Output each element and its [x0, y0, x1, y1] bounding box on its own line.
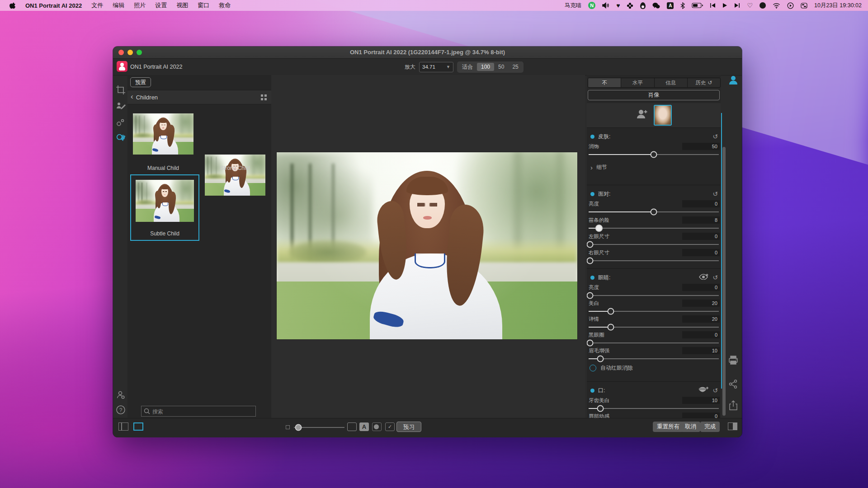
- skip-forward-icon[interactable]: [734, 2, 740, 9]
- split-view-icon[interactable]: [118, 422, 128, 431]
- retouch-tool-icon[interactable]: [116, 101, 126, 111]
- preset-category-row[interactable]: ‹ Children: [127, 90, 271, 104]
- n-badge-icon[interactable]: N: [588, 2, 595, 9]
- zoom-50-button[interactable]: 50: [494, 63, 508, 71]
- slider-left-eye-size[interactable]: [589, 241, 719, 248]
- zoom-value-dropdown[interactable]: 34.71▼: [419, 62, 453, 72]
- penguin-app-icon[interactable]: [640, 2, 646, 9]
- preset-cell-subtle-child-selected[interactable]: Subtle Child: [130, 174, 199, 241]
- skip-back-icon[interactable]: [710, 2, 716, 9]
- reset-icon[interactable]: ↺: [712, 133, 718, 140]
- panel-scrollbar[interactable]: [722, 147, 726, 416]
- faces-view-icon[interactable]: [728, 75, 739, 85]
- reset-icon[interactable]: ↺: [712, 387, 718, 394]
- enable-dot-mouth[interactable]: [590, 389, 594, 393]
- menu-settings[interactable]: 设置: [155, 1, 167, 9]
- face-thumbnail-selected[interactable]: [654, 105, 672, 126]
- zoom-pan-tool-icon[interactable]: [116, 133, 126, 143]
- image-canvas[interactable]: [271, 75, 585, 418]
- menu-file[interactable]: 文件: [91, 1, 103, 9]
- menu-edit[interactable]: 编辑: [113, 1, 124, 9]
- wifi-icon[interactable]: [773, 2, 780, 9]
- tab-history[interactable]: 历史↺: [688, 78, 720, 87]
- grid-view-icon[interactable]: [261, 94, 267, 100]
- mask-view-icon[interactable]: [347, 422, 357, 431]
- zoom-100-button[interactable]: 100: [477, 63, 494, 71]
- bluetooth-icon[interactable]: [680, 2, 685, 9]
- enable-dot-face[interactable]: [590, 192, 594, 196]
- text-overlay-icon[interactable]: A: [359, 422, 369, 431]
- share-nodes-icon[interactable]: [728, 379, 739, 389]
- single-view-icon-selected[interactable]: [133, 422, 143, 431]
- preset-label[interactable]: Subtle Child: [131, 230, 198, 237]
- checklist-icon[interactable]: ✓: [385, 422, 395, 431]
- heart-app-icon[interactable]: ♥: [616, 2, 620, 9]
- enable-dot-skin[interactable]: [590, 135, 594, 139]
- zoom-fit-button[interactable]: 适合: [458, 62, 477, 72]
- preset-thumb-strong-child[interactable]: [205, 155, 265, 196]
- translate-app-icon[interactable]: A: [667, 2, 674, 9]
- main-photo[interactable]: [277, 152, 577, 339]
- export-icon[interactable]: [728, 400, 739, 411]
- menubar-clock[interactable]: 10月23日 19:30:02: [814, 2, 862, 9]
- ball-app-icon[interactable]: [760, 2, 766, 9]
- preset-thumb-subtle-child[interactable]: [136, 180, 194, 222]
- preset-label[interactable]: Manual Child: [133, 165, 193, 171]
- tab-none[interactable]: 不: [588, 78, 621, 87]
- preset-label[interactable]: Strong Child: [205, 165, 265, 171]
- presets-button[interactable]: 预置: [130, 77, 151, 87]
- print-icon[interactable]: [728, 355, 739, 366]
- play-circle-icon[interactable]: [787, 2, 794, 9]
- heart-outline-icon[interactable]: ♡: [747, 2, 753, 9]
- blemish-tool-icon[interactable]: [116, 117, 126, 127]
- slider-eye-detail[interactable]: [589, 324, 719, 330]
- slider-retouch[interactable]: [589, 151, 719, 158]
- search-input[interactable]: [151, 407, 255, 417]
- preset-thumb-manual-child[interactable]: [133, 113, 193, 155]
- user-settings-icon[interactable]: [116, 390, 126, 400]
- slider-dark-circles[interactable]: [589, 340, 719, 346]
- slider-slim-face[interactable]: [589, 225, 719, 231]
- zoom-25-button[interactable]: 25: [508, 63, 522, 71]
- status-username[interactable]: 马克喵: [565, 2, 582, 9]
- add-face-icon[interactable]: [636, 108, 648, 122]
- compare-square-icon[interactable]: [286, 425, 290, 429]
- slider-value[interactable]: 50: [682, 143, 720, 150]
- portrait-button[interactable]: 肖像: [588, 90, 720, 100]
- details-expander[interactable]: › 细节: [588, 162, 720, 172]
- tab-levels[interactable]: 水平: [621, 78, 654, 87]
- preview-opacity-slider[interactable]: [294, 424, 344, 431]
- play-icon[interactable]: [722, 2, 727, 9]
- cancel-button[interactable]: 取消: [681, 422, 700, 432]
- panel-toggle-icon[interactable]: [728, 422, 737, 430]
- auto-redeye-checkbox[interactable]: 自动红眼消除: [588, 362, 720, 373]
- slider-eye-brightness[interactable]: [589, 292, 719, 299]
- menubar-app-name[interactable]: ON1 Portrait AI 2022: [25, 2, 82, 9]
- softproof-icon[interactable]: [372, 422, 382, 431]
- window-titlebar[interactable]: ON1 Portrait AI 2022 (1G220144F7-1.jpeg …: [113, 47, 742, 59]
- menu-help[interactable]: 救命: [219, 1, 231, 9]
- battery-icon[interactable]: [692, 2, 703, 9]
- menu-window[interactable]: 窗口: [198, 1, 209, 9]
- back-chevron-icon[interactable]: ‹: [131, 92, 133, 101]
- chat-app-icon[interactable]: [652, 2, 660, 9]
- crop-tool-icon[interactable]: [116, 85, 126, 95]
- pinwheel-app-icon[interactable]: [627, 2, 633, 9]
- reset-icon[interactable]: ↺: [712, 274, 718, 281]
- apple-menu-icon[interactable]: [9, 2, 16, 9]
- menu-photo[interactable]: 照片: [134, 1, 146, 9]
- reset-icon[interactable]: ↺: [712, 190, 718, 197]
- help-icon[interactable]: ?: [116, 405, 126, 415]
- add-eye-icon[interactable]: [699, 273, 709, 282]
- tab-info[interactable]: 信息: [655, 78, 688, 87]
- reset-all-button[interactable]: 重置所有: [653, 422, 684, 432]
- speaker-icon[interactable]: [602, 2, 609, 9]
- menu-view[interactable]: 视图: [176, 1, 188, 9]
- preview-button[interactable]: 预习: [396, 422, 421, 432]
- add-mouth-icon[interactable]: [698, 386, 709, 394]
- slider-right-eye-size[interactable]: [589, 258, 719, 264]
- done-button[interactable]: 完成: [700, 422, 720, 432]
- slider-teeth-whiten[interactable]: [589, 405, 719, 412]
- slider-eye-whiten[interactable]: [589, 308, 719, 314]
- enable-dot-eyes[interactable]: [590, 276, 594, 280]
